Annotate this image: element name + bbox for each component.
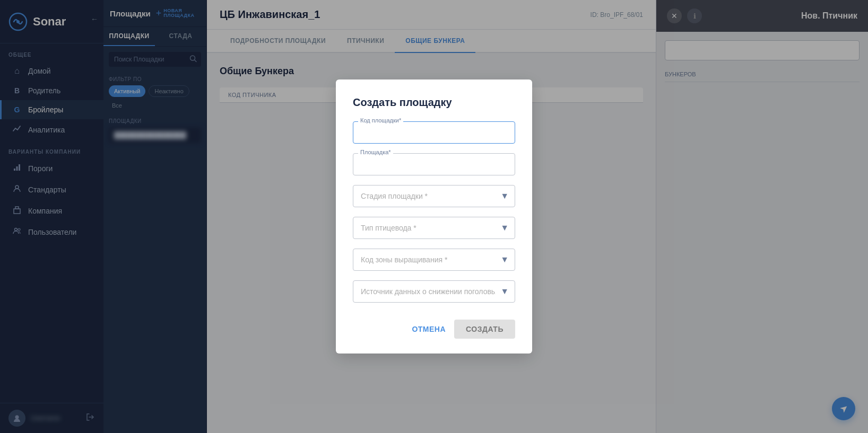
farmer-field: Тип птицевода * ▼ [353,217,515,239]
place-label: Площадка* [358,149,393,155]
culling-select-wrapper: Источник данных о снижении поголовья ▼ [353,280,515,303]
zone-select-wrapper: Код зоны выращивания * ▼ [353,249,515,271]
culling-field: Источник данных о снижении поголовья ▼ [353,280,515,303]
code-field: Код площадки* [353,121,515,144]
stage-select-wrapper: Стадия площадки * ▼ [353,185,515,207]
place-input[interactable] [353,153,515,175]
farmer-select-wrapper: Тип птицевода * ▼ [353,217,515,239]
code-label: Код площадки* [358,117,403,123]
stage-select[interactable]: Стадия площадки * [353,185,515,207]
zone-field: Код зоны выращивания * ▼ [353,249,515,271]
modal-overlay[interactable]: Создать площадку Код площадки* Площадка*… [0,0,868,433]
stage-field: Стадия площадки * ▼ [353,185,515,207]
culling-select[interactable]: Источник данных о снижении поголовья [353,280,515,303]
code-input[interactable] [353,121,515,144]
cancel-button[interactable]: ОТМЕНА [412,321,446,338]
zone-select[interactable]: Код зоны выращивания * [353,249,515,271]
create-button[interactable]: СОЗДАТЬ [454,320,515,339]
modal-actions: ОТМЕНА СОЗДАТЬ [353,320,515,339]
modal-title: Создать площадку [353,96,515,109]
place-field: Площадка* [353,153,515,175]
create-place-modal: Создать площадку Код площадки* Площадка*… [336,79,532,354]
farmer-select[interactable]: Тип птицевода * [353,217,515,239]
